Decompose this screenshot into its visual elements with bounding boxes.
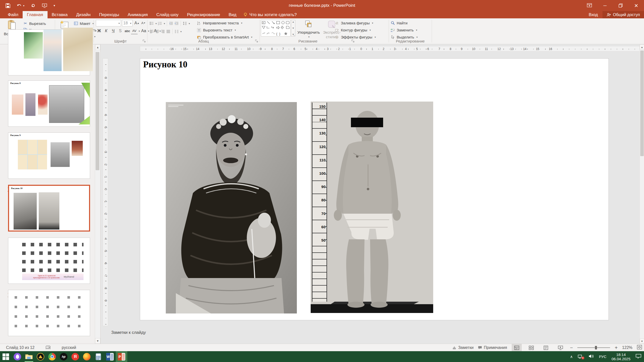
share-button[interactable]: Общий доступ <box>602 11 644 18</box>
line-spacing-icon[interactable] <box>183 21 187 26</box>
restore-button[interactable] <box>613 0 628 11</box>
taskbar-hp-icon[interactable]: hp <box>58 351 69 362</box>
font-size-combo[interactable]: 18▾ <box>122 20 133 26</box>
decrease-indent-icon[interactable] <box>169 21 173 26</box>
panel-scrollbar-thumb[interactable] <box>96 52 99 170</box>
change-case-button[interactable]: Aa <box>140 28 147 34</box>
panel-scroll-down-icon[interactable]: ▼ <box>95 338 100 344</box>
ribbon-tab[interactable]: Рецензирование <box>183 11 224 18</box>
zoom-slider-thumb[interactable] <box>595 346 597 349</box>
slide-photo-bearded-lady[interactable] <box>166 102 297 313</box>
increase-indent-icon[interactable] <box>174 21 179 26</box>
shrink-font-icon[interactable]: A▼ <box>140 20 147 26</box>
minimize-button[interactable]: ─ <box>597 0 613 11</box>
bullets-icon[interactable] <box>149 21 154 26</box>
dialog-launcher-icon[interactable] <box>255 39 259 43</box>
zoom-slider[interactable] <box>577 347 610 348</box>
shape-effects-button[interactable]: Эффекты фигуры▾ <box>335 34 376 40</box>
taskbar-chrome-icon[interactable] <box>46 351 58 362</box>
ribbon-tab[interactable]: Файл <box>4 11 23 18</box>
taskbar-powerpoint-icon[interactable]: P <box>116 351 127 362</box>
close-button[interactable]: × <box>628 0 644 11</box>
strikethrough-button[interactable]: abc <box>124 28 131 34</box>
align-right-icon[interactable] <box>160 29 165 34</box>
justify-icon[interactable] <box>166 29 171 34</box>
zoom-level[interactable]: 122% <box>622 345 632 350</box>
align-center-icon[interactable] <box>155 29 159 34</box>
reading-view-icon[interactable] <box>541 344 551 351</box>
find-button[interactable]: Найти <box>390 20 418 26</box>
vertical-ruler[interactable]: 9876543210123456789 <box>103 58 108 326</box>
dialog-launcher-icon[interactable] <box>143 39 146 43</box>
slide-photo-boy-scale[interactable]: 1501401301201101009080706050 <box>311 102 433 313</box>
thumbnail-slide-10[interactable]: Рисунок 10 <box>8 185 90 232</box>
arrange-button[interactable]: Упорядочить ▾ <box>297 19 321 38</box>
panel-scrollbar[interactable]: ▲ ▼ <box>95 44 100 344</box>
network-error-icon[interactable]: ✕ <box>578 354 583 359</box>
text-direction-button[interactable]: A Направление текста▾ <box>197 20 252 26</box>
slide-counter[interactable]: Слайд 10 из 12 <box>6 345 34 350</box>
ribbon-tab[interactable]: Слайд-шоу <box>152 11 183 18</box>
ribbon-tab[interactable]: Переходы <box>95 11 124 18</box>
taskbar-word-icon[interactable]: W <box>104 351 116 362</box>
grow-font-icon[interactable]: A▲ <box>134 20 140 26</box>
character-spacing-button[interactable]: AV <box>131 28 138 34</box>
start-button[interactable] <box>0 351 12 362</box>
shadow-button[interactable]: S <box>117 28 124 34</box>
cut-button[interactable]: ✂ Вырезать <box>23 20 46 26</box>
align-text-button[interactable]: Выровнять текст▾ <box>197 27 252 33</box>
taskbar-firefox-icon[interactable] <box>81 351 93 362</box>
thumbnail-slide-12[interactable] <box>8 290 90 336</box>
scroll-down-icon[interactable]: ▼ <box>640 339 644 344</box>
zoom-out-button[interactable]: − <box>570 345 573 351</box>
numbering-icon[interactable]: 123 <box>158 21 162 26</box>
taskbar-clock[interactable]: 18:14 06.04.2025 <box>612 352 630 361</box>
thumbnail-slide-9[interactable]: Рисунок 9 <box>8 132 90 179</box>
thumbnail-slide-11[interactable]: Одна из 21 хромосом присоединяется к 15 … <box>8 238 90 284</box>
taskbar-calculator-icon[interactable] <box>93 351 104 362</box>
volume-icon[interactable] <box>588 354 594 359</box>
layout-button[interactable]: Макет▾ <box>74 20 94 26</box>
taskbar-egg-app-icon[interactable] <box>12 351 23 362</box>
shape-fill-button[interactable]: Заливка фигуры▾ <box>335 20 376 26</box>
sign-in-button[interactable]: Вход <box>584 11 602 18</box>
hidden-icons-chevron[interactable]: ∧ <box>570 354 573 359</box>
columns-icon[interactable] <box>174 29 179 34</box>
ribbon-tab[interactable]: Главная <box>23 11 48 18</box>
ribbon-display-options-icon[interactable] <box>582 0 597 11</box>
ribbon-tab[interactable]: Анимация <box>124 11 152 18</box>
notes-area[interactable]: Заметки к слайду <box>101 323 639 344</box>
scroll-up-icon[interactable]: ▲ <box>640 44 644 50</box>
horizontal-ruler[interactable]: 1615141312111098765432101234567891011121… <box>140 46 641 52</box>
thumbnail-slide-8[interactable]: Рисунок 8 <box>8 80 90 127</box>
action-center-icon[interactable] <box>635 354 641 360</box>
normal-view-icon[interactable] <box>512 344 522 351</box>
slide-sorter-icon[interactable] <box>526 344 536 351</box>
taskbar-file-explorer-icon[interactable] <box>23 351 35 362</box>
underline-button[interactable]: Ч <box>110 28 116 34</box>
main-scrollbar-thumb[interactable] <box>640 51 644 156</box>
slideshow-view-icon[interactable] <box>555 344 566 351</box>
ribbon-tab[interactable]: Дизайн <box>72 11 95 18</box>
ribbon-tab[interactable]: Вид <box>224 11 241 18</box>
shapes-gallery-scroll[interactable]: ▲▼▼̲ <box>291 20 295 36</box>
slide-title[interactable]: Рисунок 10 <box>143 60 187 70</box>
font-name-combo[interactable]: ▾ <box>96 20 121 26</box>
tell-me-box[interactable]: Что вы хотите сделать? <box>243 11 297 18</box>
shapes-gallery[interactable]: A {} <box>261 20 291 36</box>
italic-button[interactable]: К <box>103 28 109 34</box>
taskbar-yandex-browser-icon[interactable]: Я <box>69 351 81 362</box>
taskbar-aimp-icon[interactable] <box>35 351 46 362</box>
comments-toggle[interactable]: Примечания <box>478 345 507 350</box>
replace-button[interactable]: abac Заменить▾ <box>390 27 418 33</box>
panel-scroll-up-icon[interactable]: ▲ <box>95 44 100 50</box>
fit-slide-icon[interactable] <box>637 345 642 350</box>
zoom-in-button[interactable]: + <box>615 345 618 351</box>
bold-button[interactable]: Ж <box>96 28 102 34</box>
align-left-icon[interactable] <box>149 29 154 34</box>
notes-toggle[interactable]: Заметки <box>452 345 473 350</box>
language-indicator[interactable]: русский <box>62 345 76 350</box>
spellcheck-icon[interactable] <box>46 345 51 350</box>
language-switch[interactable]: РУС <box>599 354 607 359</box>
main-scrollbar[interactable]: ▲ ▼ <box>639 44 644 344</box>
